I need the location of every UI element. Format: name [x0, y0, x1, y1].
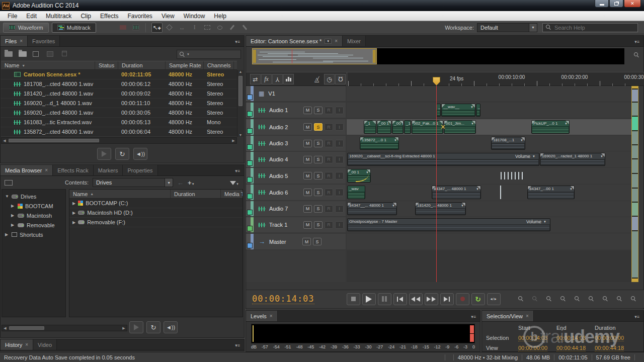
help-search-box[interactable]	[542, 23, 638, 32]
track-content-v1[interactable]	[347, 86, 634, 101]
chevron-down-icon[interactable]: ▼	[325, 39, 332, 44]
preview-autoplay-button[interactable]: ◄))	[133, 148, 147, 160]
view-duration-value[interactable]: 00:00:44:18	[595, 345, 624, 351]
file-row[interactable]: 161083_...tic Extracted.wav 00:00:05:134…	[1, 118, 237, 127]
audio-clip[interactable]: _wav	[347, 186, 365, 199]
zoom-reset-button[interactable]	[571, 294, 583, 305]
track-effects-button[interactable]: fx	[261, 74, 272, 84]
solo-button[interactable]: S	[314, 205, 323, 213]
mute-button[interactable]: M	[303, 189, 312, 196]
pause-button[interactable]	[378, 293, 391, 305]
clip-dropdown-icon[interactable]: ▼	[568, 188, 573, 191]
files-search-input[interactable]	[191, 51, 236, 57]
track-header-audio3[interactable]: Audio 3 MSRI	[246, 136, 346, 151]
tree-item-drives[interactable]: ▼Drives	[2, 192, 65, 201]
close-icon[interactable]: ×	[335, 38, 338, 44]
menu-effects[interactable]: Effects	[96, 11, 123, 21]
tab-files[interactable]: Files×	[1, 36, 28, 46]
vertical-track-navigator[interactable]	[631, 86, 638, 282]
track-header-audio4[interactable]: Audio 4 MSRI	[246, 152, 346, 167]
marquee-tool-button[interactable]	[202, 23, 213, 33]
crossfade-mode-button[interactable]: ⇄	[250, 74, 261, 84]
clip-dropdown-icon[interactable]: ▼	[459, 204, 464, 207]
mute-button[interactable]: M	[303, 140, 312, 147]
rewind-button[interactable]	[409, 293, 423, 305]
zoom-navigator-icon[interactable]	[634, 51, 639, 60]
track-header-v1[interactable]: ▦ V1	[246, 86, 346, 101]
lasso-tool-button[interactable]	[214, 23, 225, 33]
viewport-right-handle[interactable]	[373, 50, 376, 63]
waveform-view-button[interactable]: Waveform	[3, 23, 49, 33]
audio-clip[interactable]: _00 1	[392, 120, 404, 134]
contents-dropdown[interactable]: Drives ▼	[93, 178, 173, 187]
solo-button[interactable]: S	[314, 107, 323, 114]
filter-icon[interactable]: ▼	[230, 178, 239, 187]
audio-clip[interactable]: Ghostpocalypse - 7 MasterVolume▼	[347, 218, 550, 231]
audio-clip[interactable]: PickUP_...0 1▼	[531, 120, 570, 134]
audio-clip[interactable]: 002_Pak...0 1	[412, 120, 443, 134]
column-status[interactable]: Status	[95, 61, 118, 69]
time-selection-tool-button[interactable]: ↔	[177, 23, 188, 33]
import-file-button[interactable]	[19, 50, 29, 58]
panel-menu-icon[interactable]: ▾≡	[231, 37, 244, 46]
solo-button[interactable]: S	[314, 189, 323, 196]
razor-tool-button[interactable]	[164, 23, 175, 33]
metering-button[interactable]	[283, 74, 294, 84]
add-shortcut-icon[interactable]: +▼	[188, 179, 195, 187]
monitor-input-button[interactable]: I	[335, 140, 344, 147]
audio-clip[interactable]: 84347__... 48000 1▼	[347, 202, 397, 215]
panel-menu-icon[interactable]: ▾≡	[630, 312, 643, 321]
solo-button[interactable]: S	[314, 156, 323, 163]
monitor-input-button[interactable]: I	[335, 221, 344, 229]
zoom-in-amplitude-button[interactable]	[515, 294, 527, 305]
track-content-audio4[interactable]: 169020__cabaret__sci-fi-ring Extracted 4…	[347, 152, 634, 167]
arm-record-button[interactable]: R	[325, 189, 333, 196]
tree-item-macintosh[interactable]: ▶Macintosh	[2, 211, 65, 220]
scroll-up-icon[interactable]: ▲	[237, 70, 244, 73]
track-header-audio5[interactable]: Audio 5 MSRI	[246, 168, 346, 184]
track-content-audio3[interactable]: 135872_...0 1▼ 181708_...1▼	[347, 136, 634, 151]
help-search-input[interactable]	[554, 25, 625, 31]
monitor-input-button[interactable]: I	[335, 123, 344, 131]
audio-clip[interactable]: _	[436, 104, 441, 117]
track-header-audio7[interactable]: Audio 7 MSRI	[246, 201, 346, 216]
arm-record-button[interactable]: R	[325, 172, 333, 179]
audio-clip[interactable]: 84347_...00 1▼	[527, 186, 575, 199]
files-search-box[interactable]: ▼	[177, 50, 241, 59]
solo-button[interactable]: S	[314, 221, 323, 229]
volume-label[interactable]: Volume	[515, 154, 530, 159]
stopwatch-button[interactable]: ◷	[324, 74, 335, 84]
file-row[interactable]: Cartoon Scene.sesx * 00:02:11:0548000 Hz…	[1, 70, 237, 79]
clip-dropdown-icon[interactable]: ▼	[474, 188, 479, 191]
close-icon[interactable]: ×	[526, 313, 529, 319]
menu-window[interactable]: Window	[179, 11, 210, 21]
clip-dropdown-icon[interactable]: ▼	[469, 106, 473, 109]
column-media-type[interactable]: Media Ty	[220, 190, 243, 198]
menu-favorites[interactable]: Favorites	[123, 11, 157, 21]
overview-viewport[interactable]	[252, 48, 377, 64]
timeline-overview[interactable]	[252, 48, 624, 64]
preview-autoplay-button[interactable]: ◄))	[164, 321, 178, 333]
crossfade-icon[interactable]: ✕	[440, 123, 446, 131]
audio-clip[interactable]: 169020_...racted_1 48000 1▼	[540, 153, 605, 166]
audio-clip[interactable]: 84347_... 48000 1▼	[432, 186, 481, 199]
files-horizontal-scrollbar[interactable]: ◀ ▶	[1, 137, 237, 144]
menu-edit[interactable]: Edit	[22, 11, 41, 21]
mute-button[interactable]: M	[303, 172, 312, 179]
column-channels[interactable]: Channels	[203, 61, 233, 69]
insert-into-multitrack-button[interactable]	[47, 50, 57, 58]
metronome-icon[interactable]: △╱	[311, 74, 322, 84]
clip-dropdown-icon[interactable]: ▼	[519, 139, 523, 142]
menu-file[interactable]: File	[3, 11, 22, 21]
scroll-right-icon[interactable]: ▶	[121, 326, 127, 330]
tree-item-removable[interactable]: ▶Removable	[2, 220, 65, 230]
tab-history[interactable]: History×	[1, 339, 33, 350]
menu-clip[interactable]: Clip	[76, 11, 96, 21]
tab-editor[interactable]: Editor: Cartoon Scene.sesx *▼×	[246, 36, 343, 46]
loop-playback-button[interactable]: ↻	[471, 293, 485, 305]
spectral-display-button[interactable]	[118, 23, 129, 33]
selection-end-value[interactable]: 00:00:14:03	[556, 335, 586, 341]
file-row[interactable]: 181708_...cted 48000 1.wav 00:00:06:1248…	[1, 79, 237, 89]
file-row[interactable]: 135872_...cted 48000 1.wav 00:00:06:0448…	[1, 127, 237, 137]
zoom-selection-button[interactable]	[613, 294, 625, 305]
